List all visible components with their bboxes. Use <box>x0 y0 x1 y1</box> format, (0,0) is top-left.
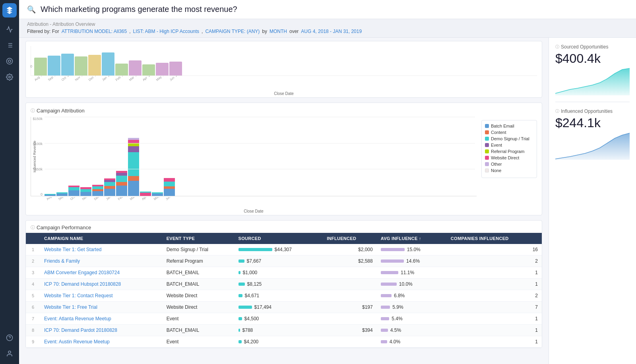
companies-cell: 2 <box>447 256 542 267</box>
row-num: 7 <box>26 313 40 325</box>
filter-campaign-type[interactable]: CAMPAIGN TYPE: (ANY) <box>205 29 260 34</box>
campaign-name-cell[interactable]: Website Tier 1: Free Trial <box>40 302 163 313</box>
event-type-cell: Referral Program <box>163 256 235 267</box>
attribution-chart-area: $150k $100k $50k 0 Influenced Revenue <box>31 117 537 213</box>
sidebar-item-analytics[interactable] <box>2 22 17 37</box>
table-row: 8 ICP 70: Demand Pardot 20180828 BATCH_E… <box>26 325 542 336</box>
row-num: 9 <box>26 336 40 348</box>
legend-content: Content <box>485 130 533 135</box>
campaign-name-cell[interactable]: Website Tier 1: Get Started <box>40 244 163 256</box>
table-row: 3 ABM Converter Engaged 20180724 BATCH_E… <box>26 267 542 279</box>
attr-bar-jun <box>164 178 175 196</box>
bar-top-8 <box>129 60 142 76</box>
table-row: 7 Event: Atlanta Revenue Meetup Event $4… <box>26 313 542 325</box>
legend-other: Other <box>485 162 533 167</box>
avg-influence-cell: 4.5% <box>377 325 447 336</box>
attr-x-labels: Aug '18 Sep '18 Oct '18 Nov '18 Dec '18 … <box>31 197 477 202</box>
event-type-cell: Website Direct <box>163 302 235 313</box>
sourced-sparkline <box>555 68 630 95</box>
col-avg-influence[interactable]: AVG INFLUENCE ↑ <box>377 233 447 244</box>
table-row: 2 Friends & Family Referral Program $7,6… <box>26 256 542 267</box>
legend-demo-signup: Demo Signup / Trial <box>485 136 533 141</box>
filter-model[interactable]: ATTRIBUTION MODEL: All365 <box>62 29 127 34</box>
avg-influence-cell: 11.1% <box>377 267 447 279</box>
attr-bar-nov <box>80 187 91 196</box>
companies-cell: 1 <box>447 313 542 325</box>
row-num: 1 <box>26 244 40 256</box>
attr-x-axis-title: Close Date <box>31 209 477 213</box>
attr-bar-mar <box>128 138 139 196</box>
col-sourced[interactable]: SOURCED <box>235 233 323 244</box>
sidebar-item-list[interactable] <box>2 38 17 52</box>
influenced-cell: $197 <box>323 302 376 313</box>
campaign-name-cell[interactable]: ICP 70: Demand Pardot 20180828 <box>40 325 163 336</box>
table-row: 9 Event: Austin Revenue Meetup Event $4,… <box>26 336 542 348</box>
bar-top-10 <box>156 63 169 76</box>
avg-influence-cell: 5.9% <box>377 302 447 313</box>
col-companies[interactable]: COMPANIES INFLUENCED <box>447 233 542 244</box>
top-x-labels: Aug '18 Sep '18 Oct '18 Nov '18 Dec '18 … <box>31 76 537 83</box>
influenced-kpi-card: ⓘ Influenced Opportunities $244.1k <box>555 108 630 160</box>
sidebar-item-settings[interactable] <box>2 70 17 84</box>
col-influenced[interactable]: INFLUENCED <box>323 233 376 244</box>
attr-bar-feb <box>116 171 127 196</box>
sourced-cell: $17,494 <box>235 302 323 313</box>
bar-top-11 <box>169 62 182 76</box>
attr-bar-sep <box>56 192 68 196</box>
content-area: 0 Aug '18 Sep '18 Oct '18 <box>19 38 636 364</box>
top-bar-chart: 0 Aug '18 Sep '18 Oct '18 <box>25 41 542 98</box>
avg-influence-cell: 6.8% <box>377 290 447 302</box>
sourced-cell: $8,125 <box>235 279 323 290</box>
campaign-name-cell[interactable]: ABM Converter Engaged 20180724 <box>40 267 163 279</box>
table-row: 5 Website Tier 1: Contact Request Websit… <box>26 290 542 302</box>
attr-bar-dec <box>92 185 103 196</box>
page-header: 🔍 Which marketing programs generate the … <box>19 0 636 19</box>
campaign-name-cell[interactable]: ICP 70: Demand Hubspot 20180828 <box>40 279 163 290</box>
avg-influence-cell: 4.0% <box>377 336 447 348</box>
svg-point-6 <box>7 58 13 64</box>
col-event-type[interactable]: EVENT TYPE <box>163 233 235 244</box>
companies-cell: 7 <box>447 302 542 313</box>
avg-influence-cell: 5.4% <box>377 313 447 325</box>
filter-by: by <box>262 29 267 34</box>
main-content: 🔍 Which marketing programs generate the … <box>19 0 636 364</box>
influenced-label: ⓘ Influenced Opportunities <box>555 108 630 114</box>
svg-point-7 <box>8 60 11 62</box>
table-row: 4 ICP 70: Demand Hubspot 20180828 BATCH_… <box>26 279 542 290</box>
bar-top-5 <box>88 55 101 76</box>
sourced-value: $400.4k <box>555 51 630 66</box>
campaign-name-cell[interactable]: Website Tier 1: Contact Request <box>40 290 163 302</box>
sourced-cell: $788 <box>235 325 323 336</box>
attr-legend: Batch Email Content Demo Signup / Trial … <box>481 117 537 213</box>
sourced-cell: $4,671 <box>235 290 323 302</box>
avg-influence-cell: 14.6% <box>377 256 447 267</box>
right-panel: ⓘ Sourced Opportunities $400.4k <box>549 38 636 364</box>
attribution-bars-container: $150k $100k $50k 0 Influenced Revenue <box>31 117 477 213</box>
breadcrumb: Attribution - Attribution Overview <box>27 21 628 27</box>
influenced-cell <box>323 279 376 290</box>
event-type-cell: BATCH_EMAIL <box>163 325 235 336</box>
info-icon-influenced: ⓘ <box>555 108 559 114</box>
attr-bar-jan <box>104 178 115 196</box>
col-campaign-name[interactable]: CAMPAIGN NAME <box>40 233 163 244</box>
companies-cell: 1 <box>447 336 542 348</box>
sidebar-item-help[interactable] <box>2 331 17 345</box>
influenced-cell <box>323 290 376 302</box>
attr-bar-may <box>152 192 163 196</box>
influenced-cell <box>323 336 376 348</box>
legend-batch-email: Batch Email <box>485 124 533 128</box>
sidebar-item-circle[interactable] <box>2 54 17 68</box>
stacked-bars <box>31 117 477 196</box>
campaign-name-cell[interactable]: Event: Austin Revenue Meetup <box>40 336 163 348</box>
sidebar-item-user[interactable] <box>2 347 17 361</box>
row-num: 8 <box>26 325 40 336</box>
row-num: 5 <box>26 290 40 302</box>
filter-list[interactable]: LIST: ABM - High ICP Accounts <box>133 29 200 34</box>
row-num: 2 <box>26 256 40 267</box>
campaign-name-cell[interactable]: Friends & Family <box>40 256 163 267</box>
attribution-chart: $150k $100k $50k 0 Influenced Revenue <box>31 117 477 196</box>
legend-referral: Referral Program <box>485 149 533 154</box>
table-title: ⓘ Campaign Performance <box>26 221 542 233</box>
campaign-name-cell[interactable]: Event: Atlanta Revenue Meetup <box>40 313 163 325</box>
app-logo[interactable] <box>2 3 17 17</box>
